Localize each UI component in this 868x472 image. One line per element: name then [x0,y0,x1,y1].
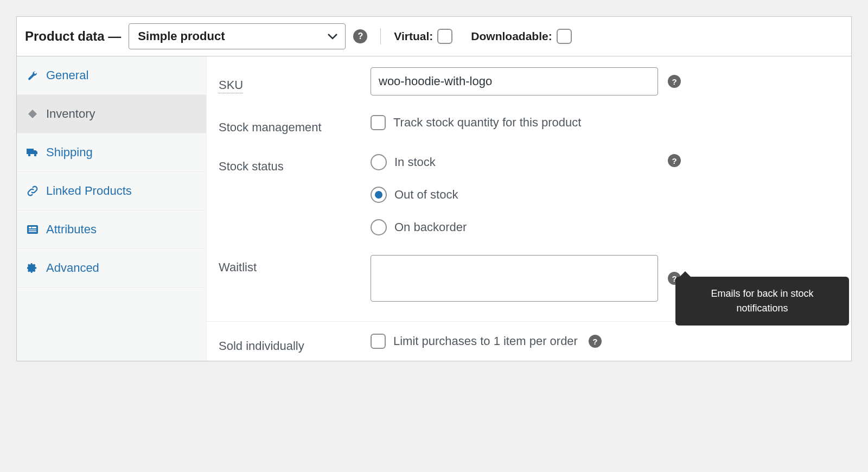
help-icon[interactable]: ? [353,29,367,43]
sidebar: General Inventory Shipping Linked Produc… [17,56,207,361]
waitlist-input[interactable] [371,255,658,302]
radio-backorder[interactable] [371,219,387,235]
track-stock-checkbox[interactable] [371,115,386,130]
radio-label: In stock [394,155,436,169]
radio-in-stock[interactable] [371,154,387,170]
stock-status-in-stock[interactable]: In stock [371,154,658,170]
panel-title: Product data — [25,29,121,44]
downloadable-checkbox[interactable] [557,29,572,44]
sold-individually-checkbox[interactable] [371,334,386,349]
gear-icon [27,263,39,273]
chevron-down-icon [328,33,337,40]
sidebar-item-label: Shipping [46,145,93,160]
sidebar-tab-linked-products[interactable]: Linked Products [17,172,206,211]
row-stock-status: Stock status In stock Out of stock [219,154,840,235]
separator [380,28,381,44]
radio-out-of-stock[interactable] [371,187,387,203]
virtual-label-group: Virtual: [394,29,452,44]
sidebar-tab-shipping[interactable]: Shipping [17,133,206,172]
help-icon[interactable]: ? [668,75,681,88]
link-icon [27,186,39,196]
sidebar-tab-general[interactable]: General [17,56,206,95]
row-stock-management: Stock management Track stock quantity fo… [219,115,840,135]
row-sold-individually: Sold individually Limit purchases to 1 i… [219,334,840,353]
sold-individually-label: Sold individually [219,334,371,353]
help-icon[interactable]: ? [589,335,602,348]
svg-rect-6 [29,231,36,232]
stock-status-backorder[interactable]: On backorder [371,219,658,235]
track-stock-text: Track stock quantity for this product [393,116,581,130]
svg-point-1 [34,154,37,157]
sold-individually-option[interactable]: Limit purchases to 1 item per order ? [371,334,602,349]
sold-individually-text: Limit purchases to 1 item per order [393,334,578,348]
radio-label: On backorder [394,220,467,234]
sidebar-item-label: General [46,68,88,82]
panel-body: General Inventory Shipping Linked Produc… [17,56,851,361]
downloadable-label: Downloadable: [471,30,552,43]
tag-icon [27,109,39,119]
waitlist-tooltip: Emails for back in stock notifications [675,277,849,326]
sidebar-tab-attributes[interactable]: Attributes [17,211,206,249]
virtual-label: Virtual: [394,30,433,43]
sidebar-tab-advanced[interactable]: Advanced [17,249,206,288]
sidebar-item-label: Attributes [46,222,97,237]
sidebar-tab-inventory[interactable]: Inventory [17,95,206,133]
sidebar-item-label: Advanced [46,261,99,275]
sku-input[interactable] [371,67,658,95]
radio-label: Out of stock [394,188,458,202]
product-type-select[interactable]: Simple product [129,23,346,49]
waitlist-label: Waitlist [219,255,371,275]
content-area: SKU ? Stock management Track stock quant… [207,56,851,361]
list-icon [27,225,39,234]
svg-rect-5 [29,229,36,231]
row-waitlist: Waitlist ? Emails for back in stock noti… [219,255,840,302]
track-stock-option[interactable]: Track stock quantity for this product [371,115,581,130]
sidebar-item-label: Inventory [46,107,95,121]
product-type-value: Simple product [138,29,225,43]
virtual-checkbox[interactable] [437,29,452,44]
sidebar-item-label: Linked Products [46,184,132,198]
panel-header: Product data — Simple product ? Virtual:… [17,17,851,56]
sku-label: SKU [219,73,243,93]
stock-status-label: Stock status [219,154,371,174]
svg-rect-3 [29,227,31,228]
svg-point-0 [28,154,31,157]
row-sku: SKU ? [219,67,840,95]
downloadable-label-group: Downloadable: [471,29,571,44]
truck-icon [27,148,39,157]
help-icon[interactable]: ? [668,154,681,167]
product-data-panel: Product data — Simple product ? Virtual:… [16,16,852,361]
stock-management-label: Stock management [219,115,371,135]
stock-status-out-of-stock[interactable]: Out of stock [371,187,658,203]
wrench-icon [27,70,39,81]
svg-rect-4 [32,227,36,228]
